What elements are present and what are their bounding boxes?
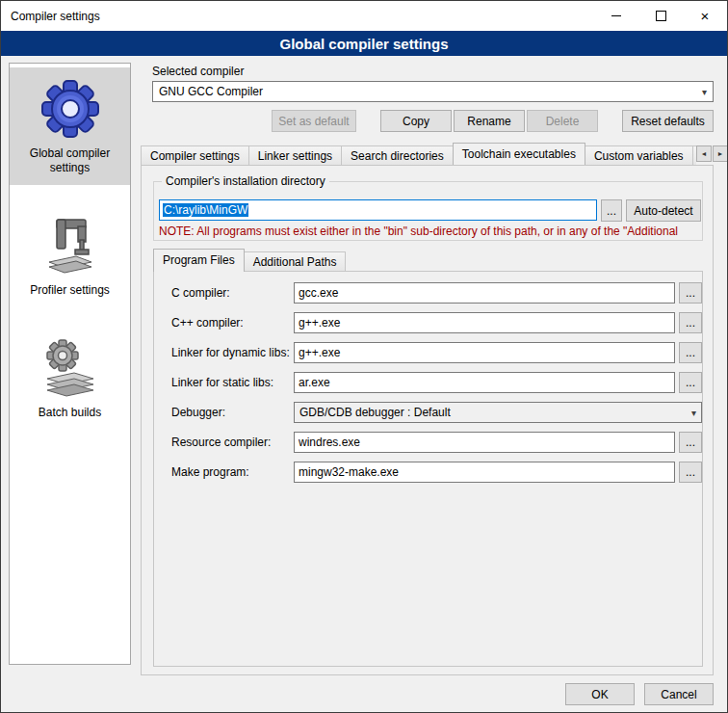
make-program-input[interactable] xyxy=(294,462,675,483)
tab-scroll-right-button[interactable]: ► xyxy=(713,145,728,162)
static-linker-input[interactable] xyxy=(294,372,675,393)
static-linker-label: Linker for static libs: xyxy=(171,376,273,389)
debugger-select[interactable]: GDB/CDB debugger : Default ▾ xyxy=(294,402,702,423)
window-title: Compiler settings xyxy=(11,10,100,23)
cpp-compiler-label: C++ compiler: xyxy=(171,316,244,330)
profiler-clamp-icon xyxy=(39,214,101,276)
bin-subdirectory-note: NOTE: All programs must exist either in … xyxy=(159,224,700,238)
resource-compiler-browse-button[interactable]: ... xyxy=(679,432,702,453)
chevron-down-icon: ▾ xyxy=(691,408,696,418)
program-files-panel: C compiler: ... C++ compiler: ... Linker… xyxy=(153,271,703,667)
ok-button[interactable]: OK xyxy=(565,683,635,705)
tab-toolchain-executables[interactable]: Toolchain executables xyxy=(453,143,585,165)
sidebar-item-label: Profiler settings xyxy=(30,283,110,298)
resource-compiler-input[interactable] xyxy=(294,432,675,453)
tab-linker-settings[interactable]: Linker settings xyxy=(248,145,342,165)
tab-compiler-settings[interactable]: Compiler settings xyxy=(141,145,249,165)
c-compiler-browse-button[interactable]: ... xyxy=(679,282,702,304)
dialog-header: Global compiler settings xyxy=(1,31,727,56)
minimize-button[interactable] xyxy=(594,1,638,31)
installation-directory-label: Compiler's installation directory xyxy=(162,174,329,188)
maximize-button[interactable] xyxy=(638,1,683,31)
c-compiler-input[interactable] xyxy=(294,282,675,304)
debugger-row: Debugger: GDB/CDB debugger : Default ▾ xyxy=(154,402,702,423)
resource-compiler-row: Resource compiler: ... xyxy=(154,432,702,453)
dynamic-linker-browse-button[interactable]: ... xyxy=(679,342,702,363)
settings-sidebar: Global compiler settings Profiler settin… xyxy=(9,63,131,665)
delete-button[interactable]: Delete xyxy=(527,110,598,132)
minimize-icon xyxy=(611,15,621,16)
static-linker-row: Linker for static libs: ... xyxy=(154,372,702,393)
selected-compiler-label: Selected compiler xyxy=(152,65,244,78)
copy-button[interactable]: Copy xyxy=(380,110,452,132)
cancel-button[interactable]: Cancel xyxy=(644,683,714,705)
sidebar-item-global-compiler-settings[interactable]: Global compiler settings xyxy=(10,67,130,185)
window-controls: × xyxy=(594,1,727,31)
subtab-additional-paths[interactable]: Additional Paths xyxy=(244,251,347,271)
maximize-icon xyxy=(656,11,666,21)
program-subtabs: Program Files Additional Paths xyxy=(153,250,346,271)
cpp-compiler-browse-button[interactable]: ... xyxy=(679,312,702,333)
static-linker-browse-button[interactable]: ... xyxy=(679,372,702,393)
tab-strip: Compiler settings Linker settings Search… xyxy=(141,143,696,165)
compiler-settings-window: Compiler settings × Global compiler sett… xyxy=(0,0,728,713)
install-dir-browse-button[interactable]: ... xyxy=(601,199,622,222)
close-icon: × xyxy=(701,9,710,23)
make-program-row: Make program: ... xyxy=(154,462,702,483)
make-program-browse-button[interactable]: ... xyxy=(679,462,702,483)
sidebar-item-label: Batch builds xyxy=(39,406,101,420)
sidebar-item-label: Global compiler settings xyxy=(12,146,128,175)
resource-compiler-label: Resource compiler: xyxy=(171,436,271,449)
dynamic-linker-label: Linker for dynamic libs: xyxy=(171,346,290,359)
tab-search-directories[interactable]: Search directories xyxy=(341,145,454,165)
blue-gear-icon xyxy=(39,77,101,139)
auto-detect-button[interactable]: Auto-detect xyxy=(626,199,701,222)
toolchain-executables-panel: Compiler's installation directory C:\ray… xyxy=(141,165,714,675)
cpp-compiler-row: C++ compiler: ... xyxy=(154,312,702,333)
arrow-right-icon: ► xyxy=(717,150,724,157)
debugger-label: Debugger: xyxy=(171,406,225,419)
arrow-left-icon: ◄ xyxy=(701,150,708,157)
compiler-select[interactable]: GNU GCC Compiler ▾ xyxy=(152,81,714,102)
sidebar-item-profiler-settings[interactable]: Profiler settings xyxy=(10,204,130,307)
make-program-label: Make program: xyxy=(171,465,249,479)
chevron-down-icon: ▾ xyxy=(702,87,707,97)
sidebar-item-batch-builds[interactable]: Batch builds xyxy=(10,327,130,430)
tab-custom-variables[interactable]: Custom variables xyxy=(585,145,693,165)
c-compiler-row: C compiler: ... xyxy=(154,282,702,304)
subtab-program-files[interactable]: Program Files xyxy=(153,249,245,272)
rename-button[interactable]: Rename xyxy=(454,110,525,132)
install-dir-input[interactable]: C:\raylib\MinGW xyxy=(159,199,597,221)
debugger-select-value: GDB/CDB debugger : Default xyxy=(299,406,451,419)
batch-builds-gear-stack-icon xyxy=(39,336,101,398)
dynamic-linker-input[interactable] xyxy=(294,342,675,363)
dynamic-linker-row: Linker for dynamic libs: ... xyxy=(154,342,702,363)
c-compiler-label: C compiler: xyxy=(171,286,230,300)
reset-defaults-button[interactable]: Reset defaults xyxy=(622,110,714,132)
set-as-default-button[interactable]: Set as default xyxy=(272,110,356,132)
close-button[interactable]: × xyxy=(683,1,727,31)
install-dir-value: C:\raylib\MinGW xyxy=(163,203,248,217)
titlebar: Compiler settings × xyxy=(1,1,727,31)
compiler-select-value: GNU GCC Compiler xyxy=(159,85,263,98)
tab-scroll-left-button[interactable]: ◄ xyxy=(696,145,712,162)
cpp-compiler-input[interactable] xyxy=(294,312,675,333)
